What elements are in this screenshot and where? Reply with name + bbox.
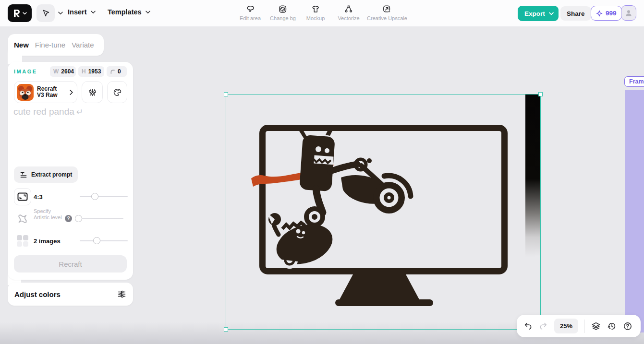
width-field-value: 2604	[61, 68, 74, 75]
tshirt-icon	[311, 5, 320, 13]
menu-templates[interactable]: Templates	[108, 8, 150, 16]
export-button[interactable]: Export	[518, 6, 559, 21]
tab-fine-tune[interactable]: Fine-tune	[35, 41, 65, 49]
extract-prompt-label: Extract prompt	[31, 171, 72, 178]
style-palette-button[interactable]	[107, 81, 127, 103]
model-thumbnail-red-panda	[17, 84, 34, 101]
height-field[interactable]: H 1953	[78, 66, 104, 77]
aspect-ratio-label: 4:3	[34, 193, 43, 201]
slider-knob[interactable]	[91, 193, 98, 200]
slider-knob[interactable]	[75, 215, 82, 222]
artistic-level-slider[interactable]	[75, 215, 123, 222]
extract-prompt-button[interactable]: Extract prompt	[14, 166, 78, 183]
prompt-placeholder: cute red panda	[13, 107, 74, 117]
redo-button[interactable]	[539, 321, 548, 331]
frame-label[interactable]: Frame	[624, 76, 644, 87]
width-field[interactable]: W 2604	[50, 66, 76, 77]
resize-handle-bottom-left[interactable]	[224, 327, 228, 332]
mode-tabs-card: New Fine-tune Variate	[8, 34, 104, 56]
layers-button[interactable]	[591, 321, 601, 331]
tool-mockup-label: Mockup	[306, 15, 325, 21]
corner-radius-value: 0	[118, 68, 121, 75]
tool-edit-area-label: Edit area	[240, 15, 261, 21]
section-label: IMAGE	[14, 69, 37, 74]
viewport-toolbar: 25%	[517, 315, 641, 337]
recraft-logo-icon	[12, 9, 21, 18]
chevron-down-icon	[549, 12, 554, 15]
artistic-level-help-icon[interactable]: ?	[65, 215, 72, 222]
credits-badge[interactable]: 999	[591, 6, 622, 21]
export-button-label: Export	[524, 10, 545, 17]
upscale-icon	[382, 5, 391, 13]
undo-button[interactable]	[523, 321, 533, 331]
cursor-icon	[42, 9, 50, 17]
help-button[interactable]	[623, 321, 632, 331]
redo-icon	[539, 321, 548, 331]
return-key-icon: ↵	[76, 107, 83, 117]
image-count-slider[interactable]	[80, 237, 128, 244]
person-icon	[624, 9, 633, 17]
aspect-ratio-button[interactable]	[14, 188, 31, 205]
image-settings-card: IMAGE W 2604 H 1953 0 Recraft	[8, 62, 133, 280]
four-point-star-icon	[16, 213, 29, 225]
layers-icon	[591, 321, 601, 331]
adjust-colors-label: Adjust colors	[14, 290, 61, 298]
undo-icon	[523, 321, 533, 331]
extract-prompt-icon	[20, 171, 27, 178]
diamond-sparkle-icon	[596, 10, 603, 17]
aspect-ratio-slider[interactable]	[80, 193, 128, 200]
selection-box[interactable]	[226, 94, 541, 330]
width-field-label: W	[53, 68, 59, 75]
share-button[interactable]: Share	[560, 6, 591, 21]
image-count-label: 2 images	[34, 237, 61, 245]
history-button[interactable]	[607, 321, 617, 331]
tool-vectorize[interactable]: Vectorize	[338, 5, 359, 21]
artistic-level-label: Specify Artistic level	[34, 208, 63, 221]
divider	[584, 320, 585, 333]
tool-creative-upscale[interactable]: Creative Upscale	[367, 5, 407, 21]
tab-variate[interactable]: Variate	[72, 41, 94, 49]
prompt-input[interactable]: cute red panda↵	[13, 107, 126, 162]
palette-icon	[113, 88, 122, 97]
tool-edit-area[interactable]: Edit area	[240, 5, 261, 21]
model-name: Recraft V3 Raw	[37, 86, 66, 99]
adjust-colors-card[interactable]: Adjust colors	[8, 283, 133, 306]
recraft-logo-button[interactable]	[8, 4, 32, 22]
chevron-right-icon	[70, 90, 73, 95]
model-selector-button[interactable]: Recraft V3 Raw	[14, 81, 77, 103]
tool-vectorize-label: Vectorize	[338, 15, 359, 21]
artistic-level-button[interactable]	[14, 210, 31, 227]
credits-count: 999	[606, 10, 617, 17]
chevron-down-icon	[91, 11, 96, 14]
tool-mockup[interactable]: Mockup	[306, 5, 325, 21]
menu-insert[interactable]: Insert	[68, 8, 96, 16]
tool-change-bg-label: Change bg	[270, 15, 296, 21]
change-bg-icon	[278, 5, 287, 13]
height-field-label: H	[82, 68, 86, 75]
adjacent-frame[interactable]	[625, 90, 644, 332]
select-tool-button[interactable]	[36, 4, 55, 22]
corner-radius-field[interactable]: 0	[107, 66, 127, 77]
corner-radius-icon	[110, 69, 115, 74]
top-toolbar: Insert Templates Edit area Change bg Moc…	[0, 0, 644, 26]
menu-insert-label: Insert	[68, 8, 87, 16]
aspect-ratio-icon	[17, 192, 28, 201]
model-settings-button[interactable]	[82, 81, 103, 103]
adjust-colors-icon	[117, 290, 126, 298]
resize-handle-top-right[interactable]	[538, 92, 543, 96]
tool-change-bg[interactable]: Change bg	[270, 5, 296, 21]
image-count-button[interactable]	[14, 232, 31, 249]
chevron-down-icon	[146, 11, 150, 14]
history-clock-icon	[607, 321, 617, 331]
tool-creative-upscale-label: Creative Upscale	[367, 15, 407, 21]
recraft-generate-button[interactable]: Recraft	[14, 255, 127, 273]
slider-knob[interactable]	[93, 237, 100, 244]
select-tool-chevron-icon[interactable]	[58, 12, 63, 15]
zoom-level-button[interactable]: 25%	[554, 319, 578, 333]
share-button-label: Share	[567, 10, 585, 17]
resize-handle-top-left[interactable]	[224, 92, 228, 96]
lasso-icon	[246, 5, 255, 13]
avatar-button[interactable]	[621, 5, 636, 21]
grid-2x2-icon	[17, 235, 28, 247]
height-field-value: 1953	[88, 68, 101, 75]
